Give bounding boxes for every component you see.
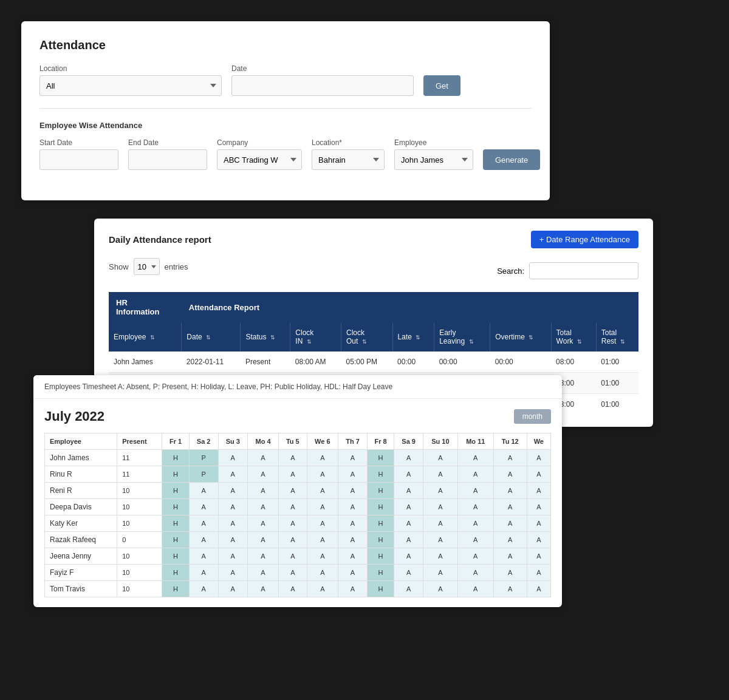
ts-cell: A bbox=[279, 548, 307, 565]
entries-select[interactable]: 10 bbox=[134, 258, 160, 275]
ts-cell: H bbox=[367, 450, 394, 466]
ts-col-7: We 6 bbox=[307, 433, 338, 450]
ts-present-count: 10 bbox=[117, 499, 162, 515]
entries-row: Show 10 entries bbox=[109, 258, 188, 275]
end-date-input[interactable]: 2022-07-27 bbox=[128, 149, 207, 170]
col-status: Status ⇅ bbox=[241, 322, 290, 352]
col-employee: Employee ⇅ bbox=[109, 322, 182, 352]
ts-cell: A bbox=[457, 499, 493, 515]
generate-button[interactable]: Generate bbox=[483, 149, 540, 170]
ts-employee-name: Razak Rafeeq bbox=[45, 532, 117, 548]
cell-total_work: 08:00 bbox=[551, 352, 596, 373]
ts-cell: A bbox=[394, 466, 423, 483]
ts-row: John James11HPAAAAAHAAAAA bbox=[45, 450, 551, 466]
ts-present-count: 10 bbox=[117, 581, 162, 597]
ts-row: Tom Travis10HAAAAAAHAAAAA bbox=[45, 581, 551, 597]
company-select[interactable]: ABC Trading W bbox=[217, 149, 302, 170]
ts-cell: A bbox=[423, 548, 457, 565]
company-label: Company bbox=[217, 138, 302, 147]
ts-row: Reni R10HAAAAAAHAAAAA bbox=[45, 483, 551, 499]
col-early-leaving: EarlyLeaving ⇅ bbox=[434, 322, 490, 352]
location-select[interactable]: All bbox=[39, 75, 222, 96]
divider1 bbox=[39, 108, 532, 109]
date-label: Date bbox=[231, 64, 414, 73]
ts-cell: A bbox=[218, 581, 248, 597]
ts-cell: H bbox=[367, 532, 394, 548]
ts-cell: H bbox=[162, 483, 189, 499]
ts-cell: A bbox=[248, 581, 279, 597]
ts-cell: A bbox=[338, 565, 368, 581]
date-range-button[interactable]: + Date Range Attendance bbox=[531, 231, 638, 248]
ts-cell: A bbox=[394, 450, 423, 466]
cell-total_rest: 01:00 bbox=[596, 394, 638, 415]
report-header: Daily Attendance report + Date Range Att… bbox=[109, 231, 638, 248]
ts-cell: A bbox=[423, 532, 457, 548]
table-row: John James2022-01-11Present08:00 AM05:00… bbox=[109, 352, 638, 373]
ts-col-0: Employee bbox=[45, 433, 117, 450]
cell-overtime: 00:00 bbox=[490, 352, 551, 373]
employee-label: Employee bbox=[394, 138, 473, 147]
ts-cell: A bbox=[527, 565, 550, 581]
ts-cell: A bbox=[189, 515, 218, 532]
ts-row: Fayiz F10HAAAAAAHAAAAA bbox=[45, 565, 551, 581]
month-button[interactable]: month bbox=[514, 409, 551, 424]
report-title: Daily Attendance report bbox=[109, 234, 211, 245]
sort-date-icon: ⇅ bbox=[206, 335, 211, 341]
cell-early_leaving: 00:00 bbox=[434, 352, 490, 373]
employee-select[interactable]: John James bbox=[394, 149, 473, 170]
ts-cell: A bbox=[527, 548, 550, 565]
location2-select[interactable]: Bahrain bbox=[312, 149, 385, 170]
location-group: Location All bbox=[39, 64, 222, 96]
ts-present-count: 11 bbox=[117, 450, 162, 466]
ts-cell: A bbox=[218, 532, 248, 548]
get-button[interactable]: Get bbox=[423, 75, 460, 96]
ts-col-10: Sa 9 bbox=[394, 433, 423, 450]
timesheet-table: EmployeePresentFr 1Sa 2Su 3Mo 4Tu 5We 6T… bbox=[44, 433, 551, 597]
ts-cell: A bbox=[423, 483, 457, 499]
end-date-label: End Date bbox=[128, 138, 207, 147]
ts-cell: H bbox=[162, 532, 189, 548]
location2-group: Location* Bahrain bbox=[312, 138, 385, 170]
ts-employee-name: Tom Travis bbox=[45, 581, 117, 597]
ts-cell: H bbox=[162, 581, 189, 597]
ts-cell: A bbox=[527, 532, 550, 548]
ts-cell: A bbox=[493, 532, 527, 548]
ts-cell: A bbox=[493, 581, 527, 597]
ts-cell: A bbox=[423, 565, 457, 581]
ts-col-4: Su 3 bbox=[218, 433, 248, 450]
ts-employee-name: Katy Ker bbox=[45, 515, 117, 532]
ts-cell: A bbox=[457, 581, 493, 597]
ts-cell: A bbox=[338, 483, 368, 499]
ts-cell: A bbox=[338, 515, 368, 532]
ts-cell: A bbox=[423, 499, 457, 515]
timesheet-main: July 2022 month EmployeePresentFr 1Sa 2S… bbox=[33, 399, 562, 607]
ts-cell: A bbox=[338, 450, 368, 466]
ts-employee-name: Reni R bbox=[45, 483, 117, 499]
ts-cell: A bbox=[394, 565, 423, 581]
ts-cell: A bbox=[493, 515, 527, 532]
date-input[interactable]: 2022-07-27 bbox=[231, 75, 414, 96]
cell-late: 00:00 bbox=[392, 352, 434, 373]
start-date-input[interactable]: 2022-01-01 bbox=[39, 149, 118, 170]
ts-cell: A bbox=[218, 565, 248, 581]
ts-present-count: 10 bbox=[117, 548, 162, 565]
ts-present-count: 0 bbox=[117, 532, 162, 548]
search-input[interactable] bbox=[529, 262, 638, 279]
ts-cell: A bbox=[423, 581, 457, 597]
ts-cell: A bbox=[394, 581, 423, 597]
ts-row: Katy Ker10HAAAAAAHAAAAA bbox=[45, 515, 551, 532]
ts-cell: A bbox=[189, 499, 218, 515]
col-clock-in: ClockIN ⇅ bbox=[290, 322, 341, 352]
ts-cell: A bbox=[218, 499, 248, 515]
employee-wise-title: Employee Wise Attendance bbox=[39, 121, 532, 130]
ts-cell: A bbox=[307, 466, 338, 483]
ts-employee-name: Jeena Jenny bbox=[45, 548, 117, 565]
ts-cell: A bbox=[338, 581, 368, 597]
ts-cell: A bbox=[307, 565, 338, 581]
ts-cell: H bbox=[162, 565, 189, 581]
ts-cell: H bbox=[367, 515, 394, 532]
ts-cell: A bbox=[189, 532, 218, 548]
col-total-rest: TotalRest ⇅ bbox=[596, 322, 638, 352]
ts-cell: H bbox=[367, 483, 394, 499]
ts-cell: A bbox=[457, 532, 493, 548]
